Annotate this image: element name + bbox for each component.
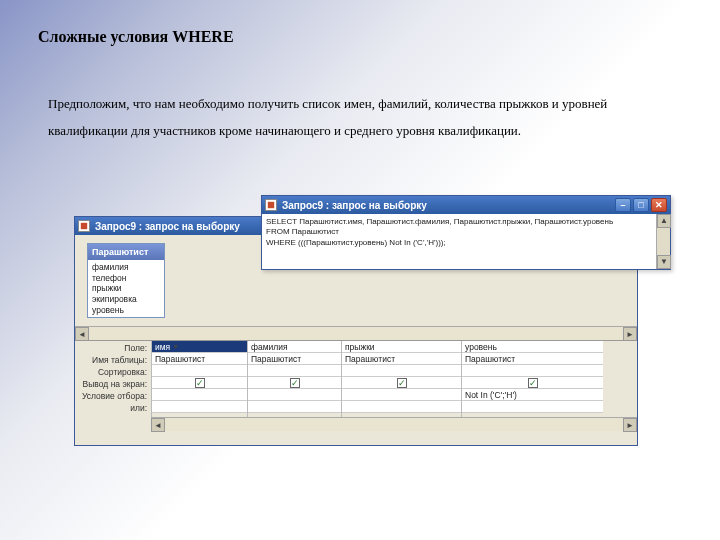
maximize-button[interactable]: □ xyxy=(633,198,649,212)
scroll-track[interactable] xyxy=(165,418,623,431)
row-label-field: Поле: xyxy=(75,343,147,355)
field-list-body: фамилия телефон прыжки экипировка уровен… xyxy=(88,260,164,317)
sort-cell[interactable] xyxy=(248,365,341,377)
sql-titlebar[interactable]: Запрос9 : запрос на выборку – □ ✕ xyxy=(262,196,670,214)
criteria-cell[interactable] xyxy=(152,389,247,401)
or-cell[interactable] xyxy=(462,401,603,413)
qbe-design-grid: Поле: Имя таблицы: Сортировка: Вывод на … xyxy=(75,341,637,431)
minimize-button[interactable]: – xyxy=(615,198,631,212)
sql-vscrollbar[interactable]: ▲ ▼ xyxy=(656,214,670,269)
grid-row-labels: Поле: Имя таблицы: Сортировка: Вывод на … xyxy=(75,341,151,431)
list-item[interactable]: экипировка xyxy=(90,294,162,305)
svg-rect-1 xyxy=(268,202,274,208)
show-cell[interactable]: ✓ xyxy=(152,377,247,389)
row-label-show: Вывод на экран: xyxy=(75,379,147,391)
checkbox-icon[interactable]: ✓ xyxy=(528,378,538,388)
show-cell[interactable]: ✓ xyxy=(462,377,603,389)
intro-paragraph: Предположим, что нам необходимо получить… xyxy=(48,90,672,145)
row-label-table: Имя таблицы: xyxy=(75,355,147,367)
scroll-right-icon[interactable]: ► xyxy=(623,418,637,432)
row-label-or: или: xyxy=(75,403,147,415)
list-item[interactable]: уровень xyxy=(90,305,162,316)
criteria-cell[interactable] xyxy=(342,389,461,401)
sql-window: Запрос9 : запрос на выборку – □ ✕ SELECT… xyxy=(261,195,671,270)
table-cell[interactable]: Парашютист xyxy=(152,353,247,365)
list-item[interactable]: телефон xyxy=(90,273,162,284)
page-heading: Сложные условия WHERE xyxy=(38,28,234,46)
criteria-cell[interactable] xyxy=(248,389,341,401)
query-icon xyxy=(78,220,90,232)
sort-cell[interactable] xyxy=(462,365,603,377)
field-cell[interactable]: уровень xyxy=(462,341,603,353)
pane-hscrollbar[interactable]: ◄ ► xyxy=(75,326,637,340)
field-cell[interactable]: прыжки xyxy=(342,341,461,353)
close-button[interactable]: ✕ xyxy=(651,198,667,212)
dropdown-icon[interactable]: ▼ xyxy=(172,343,179,350)
field-cell[interactable]: имя▼ xyxy=(152,341,247,353)
scroll-left-icon[interactable]: ◄ xyxy=(75,327,89,341)
checkbox-icon[interactable]: ✓ xyxy=(397,378,407,388)
or-cell[interactable] xyxy=(152,401,247,413)
scroll-left-icon[interactable]: ◄ xyxy=(151,418,165,432)
sql-title: Запрос9 : запрос на выборку xyxy=(282,200,615,211)
sql-line: WHERE (((Парашютист.уровень) Not In ('С'… xyxy=(266,238,666,248)
row-label-criteria: Условие отбора: xyxy=(75,391,147,403)
row-label-sort: Сортировка: xyxy=(75,367,147,379)
table-cell[interactable]: Парашютист xyxy=(462,353,603,365)
table-header[interactable]: Парашютист xyxy=(88,244,164,260)
query-icon xyxy=(265,199,277,211)
criteria-cell[interactable]: Not In ('С';'Н') xyxy=(462,389,603,401)
field-cell[interactable]: фамилия xyxy=(248,341,341,353)
table-cell[interactable]: Парашютист xyxy=(342,353,461,365)
sort-cell[interactable] xyxy=(152,365,247,377)
or-cell[interactable] xyxy=(248,401,341,413)
scroll-track[interactable] xyxy=(89,327,623,340)
svg-rect-0 xyxy=(81,223,87,229)
sql-text-area[interactable]: SELECT Парашютист.имя, Парашютист.фамили… xyxy=(262,214,670,269)
checkbox-icon[interactable]: ✓ xyxy=(290,378,300,388)
or-cell[interactable] xyxy=(342,401,461,413)
grid-hscrollbar[interactable]: ◄ ► xyxy=(151,417,637,431)
sql-line: SELECT Парашютист.имя, Парашютист.фамили… xyxy=(266,217,666,227)
scroll-right-icon[interactable]: ► xyxy=(623,327,637,341)
sort-cell[interactable] xyxy=(342,365,461,377)
checkbox-icon[interactable]: ✓ xyxy=(195,378,205,388)
show-cell[interactable]: ✓ xyxy=(342,377,461,389)
table-field-list[interactable]: Парашютист фамилия телефон прыжки экипир… xyxy=(87,243,165,318)
show-cell[interactable]: ✓ xyxy=(248,377,341,389)
table-cell[interactable]: Парашютист xyxy=(248,353,341,365)
scroll-down-icon[interactable]: ▼ xyxy=(657,255,671,269)
sql-line: FROM Парашютист xyxy=(266,227,666,237)
list-item[interactable]: прыжки xyxy=(90,283,162,294)
scroll-up-icon[interactable]: ▲ xyxy=(657,214,671,228)
list-item[interactable]: фамилия xyxy=(90,262,162,273)
